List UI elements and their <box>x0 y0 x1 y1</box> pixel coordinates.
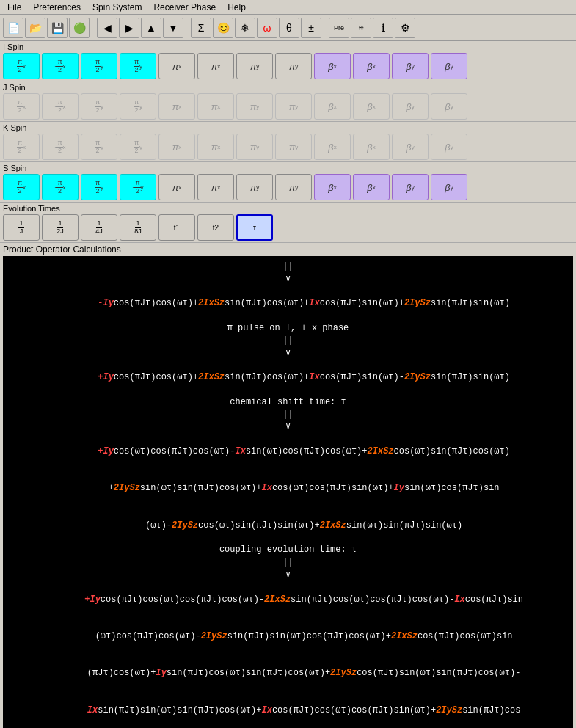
calc-line-11: +2IySzsin(ωτ)sin(πJτ)cos(ωτ)+Ixcos(ωτ)co… <box>7 470 569 507</box>
calc-line-19: Ixsin(πJτ)sin(ωτ)sin(πJτ)cos(ωτ)+Ixcos(π… <box>7 692 569 728</box>
calc-line-13: coupling evolution time: τ <box>7 544 569 556</box>
s-spin-btn-4[interactable]: πx <box>158 174 195 200</box>
i-spin-btn-1[interactable]: -π2x <box>42 53 79 79</box>
j-spin-btn-10[interactable]: βy <box>392 93 429 120</box>
s-spin-btn-8[interactable]: βx <box>314 174 351 200</box>
calc-line-1: ∨ <box>7 273 569 285</box>
calc-line-12: (ωτ)-2IySzcos(ωτ)sin(πJτ)sin(ωτ)+2IxSzsi… <box>7 507 569 544</box>
theta-button[interactable]: θ <box>279 18 299 38</box>
k-spin-btn-4[interactable]: πx <box>158 134 195 160</box>
arrow-left-button[interactable]: ◀ <box>97 18 117 38</box>
plusminus-button[interactable]: ± <box>301 18 321 38</box>
evo-btn-8j[interactable]: 18J <box>120 214 156 241</box>
menu-spin-system[interactable]: Spin System <box>87 1 147 14</box>
toolbar: 📄 📂 💾 🟢 ◀ ▶ ▲ ▼ Σ 😊 ❄ ω θ ± Pre ≋ ℹ ⚙ <box>0 15 576 41</box>
evo-btn-2j[interactable]: 12J <box>42 214 79 241</box>
new-button[interactable]: 📄 <box>3 18 23 38</box>
i-spin-btn-6[interactable]: πy <box>236 53 273 79</box>
s-spin-btn-9[interactable]: βx <box>353 174 390 200</box>
open-button[interactable]: 📂 <box>25 18 45 38</box>
evo-btn-tau[interactable]: τ <box>236 214 273 241</box>
i-spin-btn-9[interactable]: βx <box>353 53 390 79</box>
menu-preferences[interactable]: Preferences <box>27 1 87 14</box>
s-spin-btn-11[interactable]: βy <box>431 174 467 200</box>
evolution-buttons: 1J 12J 14J 18J t1 t2 τ <box>3 214 573 241</box>
j-spin-btn-6[interactable]: πy <box>236 93 273 120</box>
evo-btn-t2[interactable]: t2 <box>197 214 234 241</box>
k-spin-btn-5[interactable]: πx <box>197 134 234 160</box>
j-spin-label: J Spin <box>3 83 573 92</box>
wave-button[interactable]: ≋ <box>351 18 371 38</box>
s-spin-btn-1[interactable]: -π2x <box>42 174 79 200</box>
i-spin-btn-0[interactable]: π2x <box>3 53 40 79</box>
k-spin-buttons: π2x -π2x π2y π2y πx πx πy πy βx βx βy <box>3 134 573 160</box>
calc-line-5: ∨ <box>7 347 569 360</box>
j-spin-btn-4[interactable]: πx <box>158 93 195 120</box>
k-spin-btn-2[interactable]: π2y <box>81 134 117 160</box>
calc-line-4: || <box>7 335 569 347</box>
k-spin-btn-10[interactable]: βy <box>392 134 429 160</box>
save-button[interactable]: 💾 <box>47 18 68 38</box>
smiley-button[interactable]: 😊 <box>213 18 233 38</box>
j-spin-btn-3[interactable]: π2y <box>120 93 156 120</box>
i-spin-btn-11[interactable]: βy <box>431 53 467 79</box>
s-spin-btn-10[interactable]: βy <box>392 174 429 200</box>
s-spin-btn-2[interactable]: π2y <box>81 174 117 200</box>
i-spin-btn-2[interactable]: π2y <box>81 53 117 79</box>
snowflake-button[interactable]: ❄ <box>235 18 255 38</box>
i-spin-btn-7[interactable]: πy <box>275 53 312 79</box>
k-spin-btn-11[interactable]: βy <box>431 134 467 160</box>
arrow-up-button[interactable]: ▲ <box>141 18 161 38</box>
i-spin-btn-8[interactable]: βx <box>314 53 351 79</box>
settings-button[interactable]: ⚙ <box>395 18 415 38</box>
calc-line-2: -Iycos(πJτ)cos(ωτ)+2IxSzsin(πJτ)cos(ωτ)+… <box>7 285 569 322</box>
info-button[interactable]: ℹ <box>373 18 393 38</box>
sigma-button[interactable]: Σ <box>191 18 211 38</box>
calc-line-9: ∨ <box>7 421 569 433</box>
j-spin-btn-9[interactable]: βx <box>353 93 390 120</box>
arrow-right-button[interactable]: ▶ <box>119 18 139 38</box>
calc-line-3: π pulse on I, + x phase <box>7 322 569 335</box>
s-spin-btn-3[interactable]: -π2y <box>120 174 156 200</box>
calc-line-17: (ωτ)cos(πJτ)cos(ωτ)-2IySzsin(πJτ)sin(ωτ)… <box>7 618 569 655</box>
j-spin-btn-11[interactable]: βy <box>431 93 467 120</box>
j-spin-btn-5[interactable]: πx <box>197 93 234 120</box>
j-spin-btn-8[interactable]: βx <box>314 93 351 120</box>
evo-btn-t1[interactable]: t1 <box>158 214 195 241</box>
k-spin-btn-8[interactable]: βx <box>314 134 351 160</box>
calc-line-7: chemical shift time: τ <box>7 396 569 409</box>
arrow-down-button[interactable]: ▼ <box>163 18 183 38</box>
k-spin-label: K Spin <box>3 123 573 132</box>
calc-line-15: ∨ <box>7 569 569 581</box>
evolution-label: Evolution Times <box>3 204 573 213</box>
s-spin-btn-0[interactable]: π2x <box>3 174 40 200</box>
evolution-section: Evolution Times 1J 12J 14J 18J t1 t2 τ <box>0 203 576 243</box>
j-spin-btn-1[interactable]: -π2x <box>42 93 79 120</box>
k-spin-btn-7[interactable]: πy <box>275 134 312 160</box>
i-spin-btn-3[interactable]: π2y <box>120 53 156 79</box>
menu-file[interactable]: File <box>1 1 27 14</box>
pre-button[interactable]: Pre <box>329 18 349 38</box>
menu-receiver-phase[interactable]: Receiver Phase <box>147 1 222 14</box>
evo-btn-4j[interactable]: 14J <box>81 214 117 241</box>
k-spin-btn-1[interactable]: -π2x <box>42 134 79 160</box>
omega-button[interactable]: ω <box>257 18 277 38</box>
k-spin-btn-3[interactable]: π2y <box>120 134 156 160</box>
k-spin-btn-0[interactable]: π2x <box>3 134 40 160</box>
k-spin-btn-9[interactable]: βx <box>353 134 390 160</box>
i-spin-btn-10[interactable]: βy <box>392 53 429 79</box>
evo-btn-1j[interactable]: 1J <box>3 214 40 241</box>
green-button[interactable]: 🟢 <box>69 18 90 38</box>
i-spin-section: I Spin π2x -π2x π2y π2y πx πx πy πy βx β… <box>0 41 576 81</box>
k-spin-btn-6[interactable]: πy <box>236 134 273 160</box>
i-spin-btn-4[interactable]: πx <box>158 53 195 79</box>
s-spin-btn-6[interactable]: πy <box>236 174 273 200</box>
j-spin-btn-7[interactable]: πy <box>275 93 312 120</box>
s-spin-btn-5[interactable]: πx <box>197 174 234 200</box>
menu-help[interactable]: Help <box>222 1 252 14</box>
s-spin-btn-7[interactable]: πy <box>275 174 312 200</box>
j-spin-btn-2[interactable]: π2y <box>81 93 117 120</box>
j-spin-btn-0[interactable]: π2x <box>3 93 40 120</box>
calc-line-0: || <box>7 261 569 273</box>
i-spin-btn-5[interactable]: πx <box>197 53 234 79</box>
